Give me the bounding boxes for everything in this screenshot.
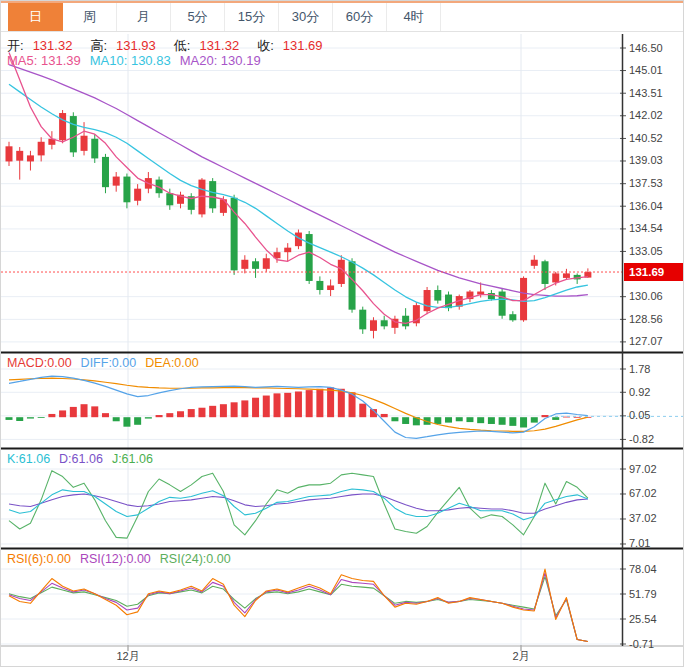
y-axis-tick-label: 37.02 [629, 512, 657, 524]
ma-value: MA20: 130.19 [180, 53, 261, 68]
y-axis-tick-label: 67.02 [629, 487, 657, 499]
y-axis-tick-label: 134.54 [629, 222, 663, 234]
y-axis-tick-label: 127.07 [629, 335, 663, 347]
y-axis-tick-label: 140.52 [629, 132, 663, 144]
last-price-tag: 131.69 [624, 263, 683, 281]
x-axis-label: 12月 [116, 649, 139, 664]
y-axis-tick-label: 146.50 [629, 42, 663, 54]
y-axis-tick-label: 133.05 [629, 245, 663, 257]
period-tabbar: 日周月5分15分30分60分4时 [1, 1, 683, 32]
period-tab-2[interactable]: 周 [63, 3, 117, 31]
kdj-value: K:61.06 [7, 452, 50, 466]
y-axis-tick-label: 145.01 [629, 64, 663, 76]
rsi-value: RSI(12):0.00 [80, 552, 151, 566]
chart-canvas[interactable] [1, 1, 684, 667]
period-tab-1[interactable]: 日 [8, 3, 63, 31]
kdj-value: J:61.06 [112, 452, 153, 466]
period-tab-5[interactable]: 15分 [225, 3, 279, 31]
rsi-value: RSI(24):0.00 [160, 552, 231, 566]
rsi-value: RSI(6):0.00 [7, 552, 71, 566]
y-axis-tick-label: 143.51 [629, 87, 663, 99]
ma-readout: MA5: 131.39MA10: 130.83MA20: 130.19 [7, 53, 270, 68]
period-tab-3[interactable]: 月 [117, 3, 171, 31]
y-axis-tick-label: 51.79 [629, 588, 657, 600]
ma-value: MA5: 131.39 [7, 53, 81, 68]
rsi-readout: RSI(6):0.00RSI(12):0.00RSI(24):0.00 [7, 552, 240, 566]
y-axis-tick-label: -0.82 [629, 433, 654, 445]
x-axis-label: 2月 [512, 649, 529, 664]
kdj-value: D:61.06 [59, 452, 103, 466]
period-tab-8[interactable]: 4时 [387, 3, 441, 31]
quote-item: 收:131.69 [257, 38, 331, 53]
quote-item: 开:131.32 [7, 38, 81, 53]
y-axis-tick-label: 7.01 [629, 537, 650, 549]
period-tab-4[interactable]: 5分 [171, 3, 225, 31]
macd-value: DEA:0.00 [145, 356, 199, 370]
y-axis-tick-label: 136.04 [629, 200, 663, 212]
stock-chart-app: 日周月5分15分30分60分4时 开:131.32高:131.93低:131.3… [0, 0, 684, 667]
y-axis-tick-label: 130.06 [629, 290, 663, 302]
y-axis-tick-label: 128.56 [629, 313, 663, 325]
y-axis-tick-label: 97.02 [629, 463, 657, 475]
y-axis-tick-label: 0.92 [629, 386, 650, 398]
macd-readout: MACD:0.00DIFF:0.00DEA:0.00 [7, 356, 208, 370]
y-axis-tick-label: 139.03 [629, 154, 663, 166]
y-axis-tick-label: 0.05 [629, 409, 650, 421]
quote-item: 高:131.93 [90, 38, 164, 53]
period-tab-6[interactable]: 30分 [279, 3, 333, 31]
ma-value: MA10: 130.83 [90, 53, 171, 68]
macd-value: MACD:0.00 [7, 356, 72, 370]
y-axis-tick-label: 1.78 [629, 363, 650, 375]
y-axis-tick-label: 142.02 [629, 109, 663, 121]
period-tab-7[interactable]: 60分 [333, 3, 387, 31]
quote-item: 低:131.32 [174, 38, 248, 53]
macd-value: DIFF:0.00 [81, 356, 137, 370]
y-axis-tick-label: 25.54 [629, 613, 657, 625]
y-axis-tick-label: -0.71 [629, 638, 654, 650]
y-axis-tick-label: 78.04 [629, 563, 657, 575]
y-axis-tick-label: 137.53 [629, 177, 663, 189]
kdj-readout: K:61.06D:61.06J:61.06 [7, 452, 162, 466]
